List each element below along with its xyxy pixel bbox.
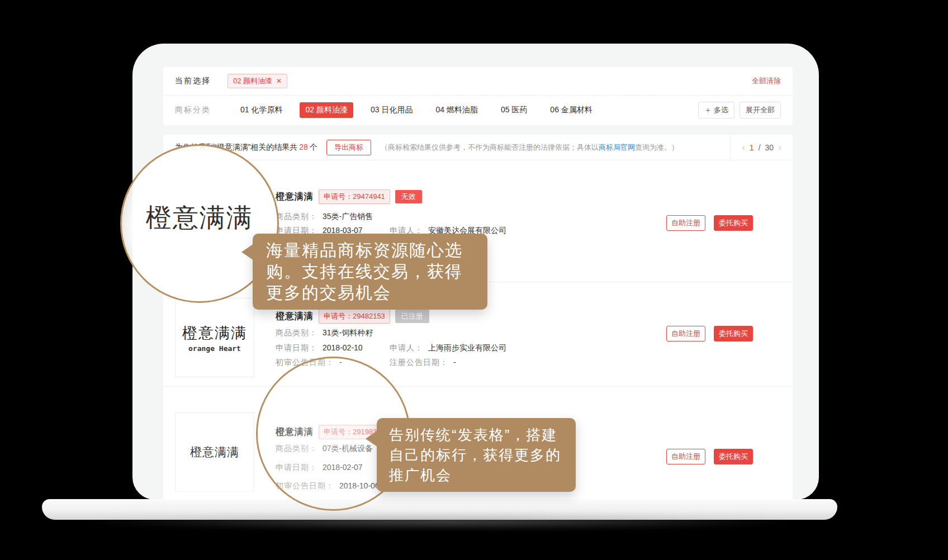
selected-filter-tag-text: 02 颜料油漆	[233, 76, 272, 86]
application-number-tag: 申请号：29474941	[319, 189, 390, 204]
entrust-buy-button[interactable]: 委托购买	[714, 326, 753, 341]
results-header: 为您检索到“橙意满满”相关的结果共28个 导出商标 （商标检索结果仅供参考，不作…	[163, 135, 793, 160]
multi-select-label: 多选	[714, 105, 728, 115]
category-item-02-selected[interactable]: 02 颜料油漆	[300, 102, 353, 118]
current-selection-row: 当前选择 02 颜料油漆 ✕ 全部清除	[163, 67, 793, 96]
applicant-label: 申请人：	[390, 343, 423, 352]
category-line: 商品类别：31类-饲料种籽	[276, 328, 390, 338]
category-label: 商品类别：	[276, 328, 317, 338]
row-head: 橙意满满 申请号：29482153 已注册	[276, 309, 429, 324]
chevron-left-icon[interactable]: ‹	[742, 142, 745, 153]
status-badge: 已注册	[395, 310, 429, 323]
category-item-03[interactable]: 03 日化用品	[365, 102, 418, 118]
current-selection-label: 当前选择	[175, 76, 211, 86]
row-actions: 自助注册 委托购买	[666, 449, 753, 464]
export-trademark-button[interactable]: 导出商标	[326, 140, 371, 155]
tooltip-text: 告别传统“发表格”，搭建自己的标行，获得更多的推广机会	[389, 426, 561, 483]
row-actions: 自助注册 委托购买	[666, 215, 753, 231]
results-count: 28	[297, 143, 310, 151]
self-register-button[interactable]: 自助注册	[666, 449, 705, 464]
page-background: 当前选择 02 颜料油漆 ✕ 全部清除 商标分类 01 化学原料 02 颜料油漆…	[0, 0, 948, 560]
chevron-right-icon[interactable]: ›	[778, 142, 781, 153]
expand-all-button[interactable]: 展开全部	[740, 102, 781, 118]
category-label: 商品类别：	[276, 212, 317, 222]
trademark-name: 橙意满满	[276, 191, 314, 203]
category-value: 31类-饲料种籽	[323, 328, 373, 338]
application-number-label: 申请号：	[324, 192, 353, 201]
registration-publication-value: -	[453, 358, 456, 367]
selected-filter-tag[interactable]: 02 颜料油漆 ✕	[227, 74, 287, 88]
multi-select-button[interactable]: ＋ 多选	[698, 102, 734, 118]
apply-date-value: 2018-02-10	[323, 343, 363, 353]
marketing-tooltip-trade: 海量精品商标资源随心选购。支持在线交易，获得更多的交易机会	[253, 234, 487, 310]
tooltip-text: 海量精品商标资源随心选购。支持在线交易，获得更多的交易机会	[266, 241, 463, 302]
disclaimer-text: （商标检索结果仅供参考，不作为商标能否注册的法律依据；具体以商标局官网查询为准。…	[381, 143, 679, 153]
entrust-buy-button[interactable]: 委托购买	[714, 449, 753, 464]
status-badge: 无效	[395, 190, 422, 203]
application-number-tag: 申请号：29482153	[319, 309, 390, 324]
application-number-label: 申请号：	[324, 312, 353, 320]
self-register-button[interactable]: 自助注册	[666, 215, 705, 231]
category-line: 商品类别：35类-广告销售	[276, 212, 390, 222]
self-register-button[interactable]: 自助注册	[666, 326, 705, 341]
current-page: 1	[750, 143, 754, 152]
application-number-value: 29482153	[353, 312, 385, 320]
magnified-trademark-text: 橙意满满	[146, 201, 253, 235]
category-row-label: 商标分类	[175, 105, 211, 115]
clear-all-button[interactable]: 全部清除	[752, 76, 781, 86]
application-number-value: 29474941	[353, 192, 385, 201]
apply-date-label: 申请日期：	[276, 343, 317, 353]
page-separator: /	[759, 143, 761, 152]
category-row: 商标分类 01 化学原料 02 颜料油漆 03 日化用品 04 燃料油脂 05 …	[163, 96, 793, 125]
trademark-image-text: 橙意满满	[182, 323, 247, 343]
trademark-image[interactable]: 橙意满满 orange Heart	[175, 298, 254, 377]
trademark-image-subtext: orange Heart	[188, 344, 241, 353]
applicant-value: 上海雨步实业有限公司	[428, 343, 506, 352]
disclaimer-before: （商标检索结果仅供参考，不作为商标能否注册的法律依据；具体以	[381, 143, 599, 151]
category-list: 01 化学原料 02 颜料油漆 03 日化用品 04 燃料油脂 05 医药 06…	[235, 102, 598, 118]
close-icon[interactable]: ✕	[276, 77, 282, 85]
laptop-base-bar	[42, 499, 837, 520]
total-pages: 30	[765, 143, 774, 152]
category-value: 35类-广告销售	[323, 212, 373, 222]
summary-suffix: 个	[310, 143, 317, 151]
pagination: ‹ 1 / 30 ›	[730, 135, 793, 160]
trademark-office-link[interactable]: 商标局官网	[599, 143, 635, 151]
marketing-tooltip-promo: 告别传统“发表格”，搭建自己的标行，获得更多的推广机会	[377, 418, 576, 492]
category-item-04[interactable]: 04 燃料油脂	[430, 102, 483, 118]
category-item-05[interactable]: 05 医药	[495, 102, 533, 118]
entrust-buy-button[interactable]: 委托购买	[714, 215, 753, 231]
trademark-name: 橙意满满	[276, 311, 314, 322]
category-item-01[interactable]: 01 化学原料	[235, 102, 288, 118]
filter-actions: ＋ 多选 展开全部	[698, 102, 781, 118]
filter-panel: 当前选择 02 颜料油漆 ✕ 全部清除 商标分类 01 化学原料 02 颜料油漆…	[163, 67, 793, 125]
trademark-image[interactable]: 橙意满满	[175, 412, 254, 492]
date-line: 申请日期：2018-02-10 申请人：上海雨步实业有限公司	[276, 343, 506, 353]
row-actions: 自助注册 委托购买	[666, 326, 753, 341]
plus-icon: ＋	[704, 105, 712, 115]
row-head: 橙意满满 申请号：29474941 无效	[276, 189, 422, 204]
trademark-image-text: 橙意满满	[190, 444, 239, 460]
disclaimer-after: 查询为准。）	[635, 143, 679, 151]
category-item-06[interactable]: 06 金属材料	[544, 102, 598, 118]
registration-publication-label: 注册公告日期：	[390, 358, 448, 367]
